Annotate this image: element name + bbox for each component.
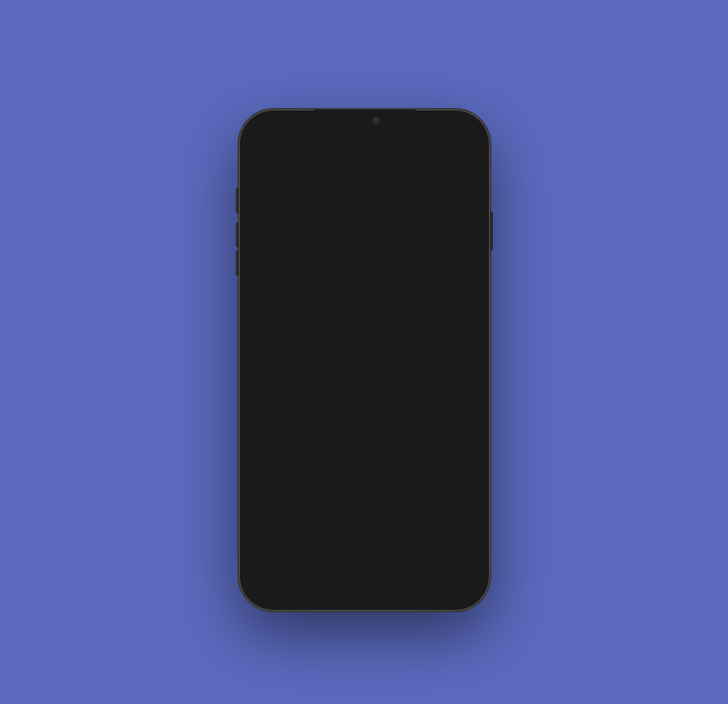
- status-time: 9:41: [263, 134, 285, 147]
- phone-screen: 9:41: [247, 117, 482, 603]
- contact-section: Contact Change sarah.johnson@snowdevil.c…: [260, 263, 469, 313]
- cart-summary-label: Show cart summary: [281, 207, 371, 218]
- method-sub: 2 more options starting at $13: [271, 449, 458, 459]
- contact-label: Contact: [271, 273, 303, 283]
- complete-purchase-button[interactable]: Complete purchase: [259, 543, 469, 579]
- contact-header: Contact Change: [271, 273, 458, 284]
- payment-label: Payment: [271, 478, 308, 489]
- ship-to-label: Ship to: [271, 323, 300, 334]
- chevron-down-icon: ▾: [375, 208, 378, 217]
- payment-sub: 150 Elgin Street, Ottawa ON K2P 1L4, Can…: [271, 510, 458, 519]
- phone-wrapper: 9:41: [239, 110, 490, 611]
- status-icons: [422, 136, 466, 147]
- checkout-as-guest-button[interactable]: Checkout as guest: [382, 240, 466, 252]
- payment-section: Payment Change VISA ending with 4242 150…: [260, 469, 469, 529]
- method-change-button[interactable]: Change: [422, 417, 458, 429]
- cart-summary-left[interactable]: 🛒 Show cart summary ▾: [263, 207, 379, 219]
- battery-icon: [451, 136, 466, 147]
- wifi-icon: [436, 136, 447, 147]
- ship-to-section: Ship to Change Sarah Johnson 525 Avenue …: [260, 312, 469, 408]
- payment-header: Payment Change: [271, 478, 458, 490]
- purchase-button-wrapper: Complete purchase: [247, 536, 482, 587]
- payment-change-button[interactable]: Change: [422, 478, 458, 490]
- method-section: Method Change Expedited Parcel · $9.99 2…: [260, 408, 469, 469]
- ship-to-value: Sarah Johnson 525 Avenue Viger Ouest Mon…: [271, 337, 458, 398]
- ship-to-header: Ship to Change: [271, 322, 458, 334]
- review-header: Review order Checkout as guest: [247, 228, 482, 262]
- svg-rect-1: [464, 139, 465, 143]
- cart-price: CAD $30.39: [411, 207, 466, 218]
- scene: 9:41: [0, 0, 728, 704]
- screen-content: Outdoor Voices 🛒 Show cart summary ▾ CAD…: [247, 152, 482, 603]
- order-card: Contact Change sarah.johnson@snowdevil.c…: [259, 262, 469, 530]
- contact-value: sarah.johnson@snowdevil.ca: [271, 287, 458, 303]
- signal-icon: [422, 138, 432, 146]
- ship-to-change-button[interactable]: Change: [422, 322, 458, 334]
- contact-change-button[interactable]: Change: [422, 273, 458, 284]
- method-label: Method: [271, 418, 302, 429]
- status-bar: 9:41: [247, 117, 482, 152]
- cart-currency: CAD: [411, 207, 432, 218]
- app-title: Outdoor Voices: [247, 152, 482, 198]
- method-header: Method Change: [271, 417, 458, 429]
- visa-badge: VISA: [271, 495, 295, 507]
- method-value: Expedited Parcel · $9.99: [271, 432, 458, 448]
- cart-bar[interactable]: 🛒 Show cart summary ▾ CAD $30.39: [247, 198, 482, 228]
- cart-amount: $30.39: [435, 207, 466, 218]
- svg-rect-2: [451, 138, 462, 143]
- payment-value: VISA ending with 4242: [271, 493, 458, 509]
- cart-icon: 🛒: [263, 207, 276, 219]
- review-title: Review order: [263, 239, 346, 255]
